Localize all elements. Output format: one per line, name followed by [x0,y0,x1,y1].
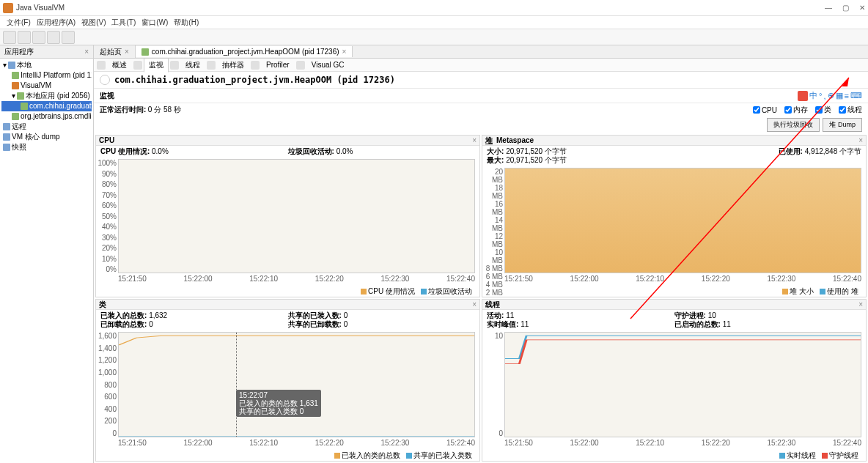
subtab-icon [170,61,179,70]
classes-legend-shared: 共享的已装入类数 [413,451,472,461]
threads-live: 11 [506,311,514,319]
content-area: 起始页× com.chihai.graduation_project.jvm.H… [94,45,868,463]
check-cls[interactable]: 类 [815,105,831,115]
ime-char: 中 [809,90,817,101]
threads-daemon: 10 [708,311,716,319]
process-header: com.chihai.graduation_project.jvm.HeapOO… [94,72,868,89]
tree-item[interactable]: VisualVM [1,81,92,91]
menu-file[interactable]: 文件(F) [4,18,33,28]
panel-close-icon[interactable]: × [858,136,863,144]
sidebar-close-icon[interactable]: × [84,48,89,56]
uptime-value: 0 分 58 秒 [148,105,181,115]
cpu-usage: 0.0% [152,147,169,155]
menu-window[interactable]: 窗口(W) [139,18,170,28]
ime-icon [798,91,808,101]
window-titlebar: Java VisualVM — ▢ ✕ [0,0,868,16]
maximize-button[interactable]: ▢ [842,4,849,12]
heap-metaspace-tab[interactable]: Metaspace [496,136,534,144]
check-mem[interactable]: 内存 [784,105,808,115]
heap-panel: 堆 Metaspace× 大小: 20,971,520 个字节最大: 20,97… [482,135,867,297]
menubar: 文件(F) 应用程序(A) 视图(V) 工具(T) 窗口(W) 帮助(H) [0,16,868,29]
check-cpu[interactable]: CPU [753,105,777,115]
subtab-visualgc[interactable]: Visual GC [306,59,350,71]
chart-tooltip: 15:22:07 已装入的类的总数 1,631 共享的已装入类数 0 [236,390,321,417]
process-title: com.chihai.graduation_project.jvm.HeapOO… [114,75,395,85]
menu-apps[interactable]: 应用程序(A) [34,18,78,28]
tree-item[interactable]: IntelliJ Platform (pid 12880) [1,70,92,81]
classes-loaded: 1,632 [149,311,167,319]
menu-help[interactable]: 帮助(H) [172,18,201,28]
heap-chart: 20 MB18 MB16 MB14 MB12 MB10 MB8 MB6 MB4 … [504,168,861,284]
menu-tools[interactable]: 工具(T) [109,18,138,28]
heap-title[interactable]: 堆 [485,136,493,146]
cpu-legend-usage: CPU 使用情况 [368,286,415,297]
subtab-threads[interactable]: 线程 [180,58,205,73]
sidebar-tab[interactable]: 应用程序 × [0,45,93,59]
threads-legend-live: 实时线程 [787,451,816,461]
app-tree: ▾本地 IntelliJ Platform (pid 12880) Visual… [0,59,93,154]
cpu-usage-label: CPU 使用情况: [100,147,150,155]
classes-title: 类 [99,300,106,310]
tree-item-selected[interactable]: com.chihai.graduation_project.jvm… [1,101,92,111]
toolbar-btn-5[interactable] [62,31,75,44]
tree-item[interactable]: org.jetbrains.jps.cmdline.Launcher… [1,111,92,122]
heap-max-label: 最大: [487,156,504,164]
check-thr[interactable]: 线程 [839,105,862,115]
subtab-overview[interactable]: 概述 [107,58,132,73]
subtab-icon [207,61,216,70]
cpu-chart: 100%90%80%70%60%50%40%30%20%10%0% 15:21:… [118,159,475,284]
classes-chart: 1,6001,4001,2001,0008006004002000 15:22:… [118,332,475,448]
subtab-sampler[interactable]: 抽样器 [217,58,249,73]
tree-snapshot[interactable]: 快照 [1,142,92,152]
heap-max: 20,971,520 个字节 [506,156,567,164]
heap-legend-size: 堆 大小 [790,286,814,297]
toolbar-btn-3[interactable] [32,31,45,44]
sidebar-tab-label: 应用程序 [4,47,34,57]
heap-legend-used: 使用的 堆 [827,286,858,297]
heap-used: 4,912,848 个字节 [805,147,861,155]
cpu-title: CPU [99,136,114,144]
tree-remote[interactable]: 远程 [1,122,92,132]
subtab-icon [133,61,142,70]
panel-close-icon[interactable]: × [472,136,477,144]
subtab-icon [97,61,106,70]
tree-local[interactable]: ▾本地 [1,60,92,70]
menu-view[interactable]: 视图(V) [79,18,108,28]
threads-started: 11 [723,320,731,328]
cpu-legend-gc: 垃圾回收活动 [428,286,472,297]
toolbar-btn-1[interactable] [3,31,16,44]
heap-size-label: 大小: [487,147,504,155]
toolbar [0,29,868,45]
subtab-profiler[interactable]: Profiler [261,59,295,71]
panel-close-icon[interactable]: × [858,300,863,308]
cpu-panel: CPU× CPU 使用情况: 0.0% 垃圾回收活动: 0.0% 100%90%… [95,135,480,297]
uptime-label: 正常运行时间: [100,105,146,115]
tree-coredump[interactable]: VM 核心 dump [1,132,92,142]
subtab-monitor[interactable]: 监视 [144,58,169,73]
tab-start[interactable]: 起始页× [94,45,136,59]
tab-close-icon[interactable]: × [125,48,129,56]
toolbar-btn-4[interactable] [47,31,60,44]
close-button[interactable]: ✕ [859,4,865,12]
app-icon [3,3,13,13]
heapdump-button[interactable]: 堆 Dump [823,118,862,132]
editor-tabs: 起始页× com.chihai.graduation_project.jvm.H… [94,45,868,59]
classes-shared-unloaded: 0 [344,320,348,328]
panel-close-icon[interactable]: × [472,300,477,308]
heap-size: 20,971,520 个字节 [506,147,567,155]
subtab-icon [296,61,305,70]
refresh-icon[interactable] [100,75,110,85]
tree-item[interactable]: ▾本地应用 (pid 2056) [1,91,92,101]
ime-indicator: 中 °,⊕▦≡⌨ [798,90,862,101]
cpu-gc-label: 垃圾回收活动: [288,147,334,155]
toolbar-btn-2[interactable] [18,31,31,44]
threads-chart: 100 15:21:5015:22:0015:22:1015:22:2015:2… [504,332,861,448]
minimize-button[interactable]: — [825,4,832,12]
tab-close-icon[interactable]: × [342,48,347,56]
classes-panel: 类× 已装入的总数: 1,632已卸载的总数: 0 共享的已装入数: 0共享的已… [95,299,480,462]
tab-process[interactable]: com.chihai.graduation_project.jvm.HeapOO… [136,46,353,57]
process-subtabs: 概述 监视 线程 抽样器 Profiler Visual GC [94,59,868,72]
gc-button[interactable]: 执行垃圾回收 [767,118,820,132]
heap-used-label: 已使用: [779,147,803,155]
classes-unloaded: 0 [149,320,153,328]
